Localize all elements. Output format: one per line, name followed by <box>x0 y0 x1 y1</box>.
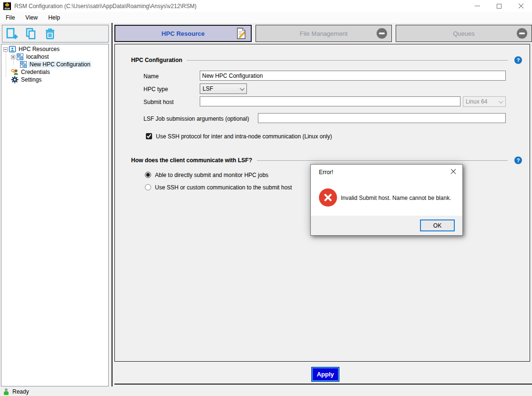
maximize-icon <box>497 4 501 9</box>
status-bar: Ready <box>0 387 532 396</box>
status-user-body <box>4 391 9 395</box>
title-bar: RSM RSM Configuration (C:\Users\satri\Ap… <box>0 0 532 12</box>
tree-item-label[interactable]: HPC Resources <box>17 46 61 52</box>
minimize-icon <box>475 6 480 6</box>
panel-divider <box>112 23 113 386</box>
tree-item-settings[interactable]: Settings <box>10 76 43 83</box>
tab-label: HPC Resource <box>162 30 205 37</box>
status-user-head <box>5 388 8 391</box>
hpc-type-label: HPC type <box>143 86 168 93</box>
expand-expander-icon[interactable] <box>11 55 15 59</box>
ssh-custom-radio-label[interactable]: Use SSH or custom communication to the s… <box>155 184 292 191</box>
platform-value: Linux 64 <box>466 98 487 105</box>
apply-strip: Apply <box>114 362 532 385</box>
settings-gear-icon <box>11 76 19 83</box>
help-glyph: ? <box>517 57 520 63</box>
ok-button[interactable]: OK <box>420 219 455 231</box>
credentials-icon <box>11 68 19 76</box>
menu-file[interactable]: File <box>1 13 20 22</box>
copy-icon <box>24 27 38 41</box>
tab-queues[interactable]: Queues <box>396 25 532 42</box>
close-icon <box>518 3 524 9</box>
tree-item-hpc-resources[interactable]: HPC Resources <box>3 45 61 53</box>
tree-item-label[interactable]: Credentials <box>20 69 51 75</box>
delete-configuration-button[interactable] <box>42 27 58 41</box>
ssh-protocol-checkbox[interactable] <box>146 133 152 139</box>
configuration-tree: HPC Resources localhost New HPC Configur… <box>1 44 109 386</box>
status-user-icon <box>4 388 9 395</box>
section-title: How does the client communicate with LSF… <box>131 157 252 164</box>
cluster-icon <box>16 53 24 61</box>
help-icon[interactable]: ? <box>514 56 522 64</box>
menu-view[interactable]: View <box>20 13 42 22</box>
app-logo-icon: RSM <box>3 2 11 10</box>
tree-item-label[interactable]: New HPC Configuration <box>28 61 92 68</box>
trash-icon <box>43 27 57 41</box>
platform-select: Linux 64 <box>463 96 506 107</box>
maximize-button[interactable] <box>488 0 510 12</box>
help-glyph: ? <box>517 157 520 163</box>
error-dialog-title: Error! <box>319 169 333 176</box>
help-icon[interactable]: ? <box>514 156 522 164</box>
tab-file-management[interactable]: File Management <box>256 25 392 42</box>
tree-item-label[interactable]: Settings <box>20 76 43 83</box>
ssh-protocol-checkbox-label[interactable]: Use SSH protocol for inter and intra-nod… <box>156 133 332 140</box>
tab-label: Queues <box>453 30 475 37</box>
error-icon <box>319 188 337 207</box>
tree-toolbar <box>2 25 109 42</box>
collapse-expander-icon[interactable] <box>3 47 8 52</box>
dialog-close-icon[interactable] <box>450 168 457 175</box>
duplicate-configuration-button[interactable] <box>23 27 39 41</box>
error-message: Invalid Submit host. Name cannot be blan… <box>341 195 451 201</box>
direct-submit-radio-label[interactable]: Able to directly submit and monitor HPC … <box>155 172 268 178</box>
menu-help[interactable]: Help <box>43 13 65 22</box>
name-label: Name <box>143 73 159 80</box>
circle-minus-icon <box>516 28 528 39</box>
add-document-icon <box>5 27 19 41</box>
tab-bar: HPC Resource File Management Queues <box>114 25 532 42</box>
minimize-button[interactable] <box>466 0 488 12</box>
tree-item-label[interactable]: localhost <box>25 53 50 60</box>
tree-connector <box>6 52 6 77</box>
name-input[interactable] <box>200 71 506 81</box>
tree-item-credentials[interactable]: Credentials <box>10 68 51 76</box>
client-communication-section-header: How does the client communicate with LSF… <box>131 157 508 164</box>
chevron-down-icon <box>499 99 503 104</box>
app-logo-gold-shape <box>5 3 10 7</box>
window-controls <box>466 0 532 12</box>
tab-label: File Management <box>300 30 348 37</box>
submit-host-label: Submit host <box>143 99 174 105</box>
tab-hpc-resource[interactable]: HPC Resource <box>114 25 252 42</box>
chevron-down-icon <box>240 86 245 91</box>
hpc-resources-icon <box>9 45 16 53</box>
ssh-custom-radio[interactable] <box>145 184 151 190</box>
error-dialog: Error! Invalid Submit host. Name cannot … <box>310 164 463 236</box>
submit-host-input[interactable] <box>200 96 460 106</box>
edit-pencil-icon <box>235 27 247 40</box>
tree-item-new-hpc-configuration[interactable]: New HPC Configuration <box>19 61 92 68</box>
hpc-configuration-section-header: HPC Configuration <box>131 57 508 63</box>
close-button[interactable] <box>510 0 532 12</box>
lsf-args-input[interactable] <box>258 113 506 123</box>
cluster-icon <box>20 61 27 68</box>
circle-minus-icon <box>376 28 388 39</box>
section-title: HPC Configuration <box>131 57 182 63</box>
window-title: RSM Configuration (C:\Users\satri\AppDat… <box>14 3 196 10</box>
add-configuration-button[interactable] <box>4 27 20 41</box>
dialog-footer: OK <box>311 216 462 235</box>
section-rule <box>187 60 508 61</box>
lsf-args-label: LSF Job submission arguments (optional) <box>143 115 249 122</box>
status-text: Ready <box>12 388 29 395</box>
app-logo-text: RSM <box>3 7 11 10</box>
apply-button[interactable]: Apply <box>312 367 339 381</box>
direct-submit-radio[interactable] <box>145 172 151 178</box>
hpc-type-select[interactable]: LSF <box>200 83 247 94</box>
menu-bar: File View Help <box>0 12 532 23</box>
tree-item-localhost[interactable]: localhost <box>11 53 50 61</box>
section-rule <box>257 160 508 161</box>
hpc-type-value: LSF <box>203 85 213 92</box>
